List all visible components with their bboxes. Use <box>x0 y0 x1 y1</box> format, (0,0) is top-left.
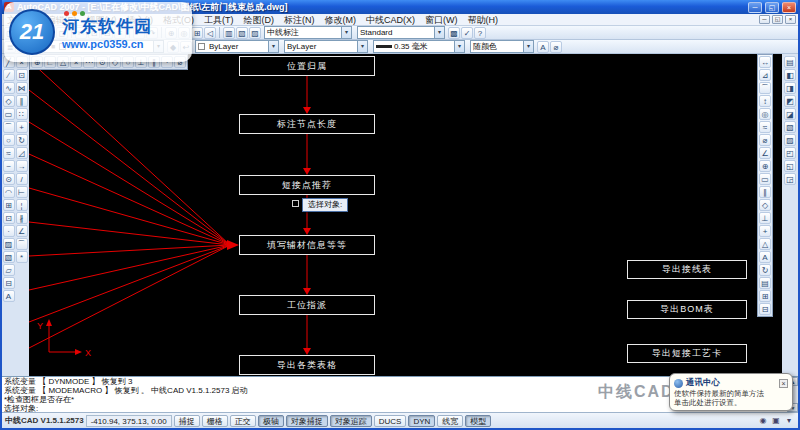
stretch-icon[interactable]: → <box>16 160 28 172</box>
menu-item[interactable]: 标注(N) <box>279 14 320 26</box>
point-icon[interactable]: · <box>3 225 15 237</box>
dim-quick-icon[interactable]: ⊕ <box>759 160 771 172</box>
status-toggle[interactable]: DYN <box>408 415 435 427</box>
explode-icon[interactable]: * <box>16 251 28 263</box>
status-toggle[interactable]: DUCS <box>374 415 407 427</box>
zoom-previous-icon[interactable]: ◁ <box>204 27 216 39</box>
flowchart-node[interactable]: 导出BOM表 <box>627 300 747 319</box>
restore-button[interactable]: ◱ <box>765 2 779 13</box>
dim-aligned-icon[interactable]: ⊿ <box>759 69 771 81</box>
view-right-icon[interactable]: ◪ <box>784 108 796 120</box>
dim-style-icon[interactable]: ⌀ <box>550 41 562 53</box>
dim-tolerance-icon[interactable]: ⊥ <box>759 212 771 224</box>
color-combo[interactable]: ByLayer ▾ <box>195 40 279 53</box>
balloon-close-icon[interactable]: × <box>779 379 788 388</box>
flowchart-node[interactable]: 标注节点长度 <box>239 114 375 134</box>
mirror-icon[interactable]: ⋈ <box>16 82 28 94</box>
menu-item[interactable]: 窗口(W) <box>420 14 463 26</box>
dim-arc-icon[interactable]: ⌒ <box>759 82 771 94</box>
dropdown-arrow-icon[interactable]: ▾ <box>268 41 278 52</box>
markup-set-manager-icon[interactable]: ✓ <box>461 27 473 39</box>
menu-item[interactable]: 中线CAD(X) <box>361 14 420 26</box>
zoom-in-icon[interactable]: ⊞ <box>759 290 771 302</box>
dim-angular-icon[interactable]: ∠ <box>759 147 771 159</box>
view-se-iso-icon[interactable]: ◱ <box>784 160 796 172</box>
menu-item[interactable]: 绘图(D) <box>239 14 280 26</box>
status-toggle[interactable]: 捕捉 <box>174 415 200 427</box>
view-ne-iso-icon[interactable]: ◲ <box>784 173 796 185</box>
mdi-restore-button[interactable]: ◱ <box>772 15 783 24</box>
trim-icon[interactable]: / <box>16 173 28 185</box>
gradient-icon[interactable]: ▧ <box>3 251 15 263</box>
ellipse-arc-icon[interactable]: ◠ <box>3 186 15 198</box>
lineweight-combo[interactable]: 0.35 毫米 ▾ <box>373 40 465 53</box>
status-toggle[interactable]: 对象捕捉 <box>286 415 328 427</box>
dropdown-arrow-icon[interactable]: ▾ <box>523 41 533 52</box>
tray-arrow-icon[interactable]: ▾ <box>783 416 795 425</box>
table-icon[interactable]: ⊟ <box>3 277 15 289</box>
status-toggle[interactable]: 极轴 <box>258 415 284 427</box>
flowchart-node[interactable]: 导出接线表 <box>627 260 747 279</box>
dim-diameter-icon[interactable]: ⌀ <box>759 134 771 146</box>
fillet-icon[interactable]: ⌒ <box>16 238 28 250</box>
mdi-close-button[interactable]: × <box>785 15 796 24</box>
dropdown-arrow-icon[interactable]: ▾ <box>454 41 464 52</box>
break-icon[interactable]: ∦ <box>16 212 28 224</box>
offset-icon[interactable]: ∥ <box>16 95 28 107</box>
view-front-icon[interactable]: ▧ <box>784 121 796 133</box>
communication-center-balloon[interactable]: 通讯中心 × 使软件保持最新的简单方法 单击此处进行设置。 <box>669 373 793 411</box>
revision-cloud-icon[interactable]: ≈ <box>3 147 15 159</box>
dim-continue-icon[interactable]: ∥ <box>759 186 771 198</box>
flowchart-node[interactable]: 填写辅材信息等等 <box>239 235 375 255</box>
multiline-text-icon[interactable]: A <box>3 290 15 302</box>
linetype-combo[interactable]: ByLayer ▾ <box>284 40 368 53</box>
rectangle-icon[interactable]: ▭ <box>3 108 15 120</box>
status-toggle[interactable]: 正交 <box>230 415 256 427</box>
flowchart-node[interactable]: 位置归属 <box>239 56 375 76</box>
sheet-set-manager-icon[interactable]: ▩ <box>448 27 460 39</box>
dim-center-mark-icon[interactable]: + <box>759 225 771 237</box>
dim-update-icon[interactable]: ↻ <box>759 264 771 276</box>
dim-baseline-icon[interactable]: ▭ <box>759 173 771 185</box>
help-icon[interactable]: ? <box>474 27 486 39</box>
insert-block-icon[interactable]: ⊞ <box>3 199 15 211</box>
flowchart-node[interactable]: 工位指派 <box>239 295 375 315</box>
dim-ordinate-icon[interactable]: ↕ <box>759 95 771 107</box>
polygon-icon[interactable]: ◇ <box>3 95 15 107</box>
rotate-icon[interactable]: ↻ <box>16 134 28 146</box>
dim-jogged-icon[interactable]: ≈ <box>759 121 771 133</box>
view-back-icon[interactable]: ▨ <box>784 134 796 146</box>
move-icon[interactable]: + <box>16 121 28 133</box>
menu-item[interactable]: 帮助(H) <box>463 14 504 26</box>
communication-center-icon[interactable]: ◉ <box>757 416 769 425</box>
close-button[interactable]: × <box>782 2 796 13</box>
dropdown-arrow-icon[interactable]: ▾ <box>341 27 351 38</box>
status-toggle[interactable]: 线宽 <box>437 415 463 427</box>
view-sw-iso-icon[interactable]: ◰ <box>784 147 796 159</box>
designcenter-icon[interactable]: ▧ <box>236 27 248 39</box>
mdi-minimize-button[interactable]: ─ <box>759 15 770 24</box>
dim-leader-icon[interactable]: ◇ <box>759 199 771 211</box>
view-top-icon[interactable]: ◧ <box>784 69 796 81</box>
dropdown-arrow-icon[interactable]: ▾ <box>434 27 444 38</box>
flowchart-node[interactable]: 导出各类表格 <box>239 355 375 375</box>
dim-radius-icon[interactable]: ◎ <box>759 108 771 120</box>
dim-style-combo[interactable]: 中线标注 ▾ <box>264 26 352 39</box>
view-bottom-icon[interactable]: ◨ <box>784 82 796 94</box>
coordinates-readout[interactable]: -410.94, 375.13, 0.00 <box>86 415 172 427</box>
text-style-combo[interactable]: Standard ▾ <box>357 26 445 39</box>
ellipse-icon[interactable]: ⊙ <box>3 173 15 185</box>
arc-icon[interactable]: ⌒ <box>3 121 15 133</box>
minimize-button[interactable]: ─ <box>748 2 762 13</box>
region-icon[interactable]: ▱ <box>3 264 15 276</box>
dim-linear-icon[interactable]: ↔ <box>759 56 771 68</box>
extend-icon[interactable]: ⊢ <box>16 186 28 198</box>
named-views-icon[interactable]: ▤ <box>784 56 796 68</box>
flowchart-node[interactable]: 短接点推荐 <box>239 175 375 195</box>
dim-edit-icon[interactable]: △ <box>759 238 771 250</box>
menu-item[interactable]: 修改(M) <box>320 14 362 26</box>
construction-line-icon[interactable]: ∕ <box>3 69 15 81</box>
chamfer-icon[interactable]: ∠ <box>16 225 28 237</box>
status-toggle[interactable]: 栅格 <box>202 415 228 427</box>
polyline-icon[interactable]: ∿ <box>3 82 15 94</box>
